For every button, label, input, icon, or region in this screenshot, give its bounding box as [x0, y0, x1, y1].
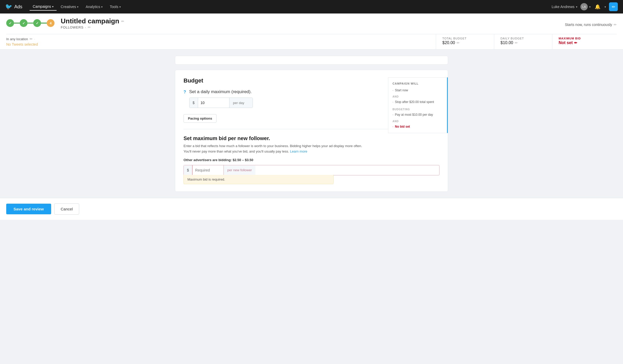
- brand-label: Ads: [14, 4, 22, 10]
- campaign-will-box: CAMPAIGN WILL · Start now AND · Stop aft…: [388, 77, 448, 133]
- per-follower-suffix: per new follower: [224, 165, 256, 175]
- edit-max-bid-icon[interactable]: ✏: [574, 41, 577, 45]
- total-budget-metric: TOTAL BUDGET $20.00 ✏: [442, 34, 494, 49]
- budget-card: CAMPAIGN WILL · Start now AND · Stop aft…: [175, 70, 448, 192]
- bid-error-message: Maximum bid is required.: [184, 175, 334, 184]
- cancel-button[interactable]: Cancel: [54, 203, 79, 215]
- per-day-suffix: per day: [229, 98, 253, 108]
- chevron-down-icon: ▾: [77, 5, 78, 8]
- edit-location-icon[interactable]: ✏: [30, 37, 33, 41]
- main-content: CAMPAIGN WILL · Start now AND · Stop aft…: [169, 56, 454, 192]
- chevron-down-icon: ▾: [119, 5, 121, 8]
- notifications-button[interactable]: 🔔: [594, 3, 601, 11]
- bid-description: Enter a bid that reflects how much a fol…: [184, 143, 365, 154]
- step-3: ✓: [33, 19, 41, 27]
- step-1: ✓: [6, 19, 14, 27]
- bid-input-wrapper: $ per new follower Maximum bid is requir…: [184, 165, 439, 184]
- user-menu[interactable]: Luke Andrews ▾: [552, 5, 577, 9]
- edit-title-icon[interactable]: ✏: [121, 19, 124, 23]
- bid-title: Set maximum bid per new follower.: [184, 135, 439, 141]
- edit-schedule-icon[interactable]: ✏: [614, 23, 617, 27]
- nav-right: Luke Andrews ▾ LA ▾ 🔔 ▾ ✏: [552, 2, 618, 11]
- top-navigation: 🐦 Ads Campaigns ▾ Creatives ▾ Analytics …: [0, 0, 623, 13]
- currency-prefix: $: [189, 98, 198, 108]
- chevron-down-icon: ▾: [589, 5, 591, 8]
- save-and-review-button[interactable]: Save and review: [6, 204, 51, 214]
- avatar: LA: [580, 3, 588, 10]
- campaign-title: Untitled campaign: [61, 17, 119, 25]
- edit-type-icon[interactable]: ✏: [88, 25, 91, 29]
- chevron-down-icon: ▾: [52, 5, 53, 8]
- metrics-bar: In any location ✏ · No Tweets selected T…: [6, 34, 617, 49]
- daily-budget-input[interactable]: [198, 98, 229, 108]
- step-line-3: [41, 23, 47, 24]
- learn-more-link[interactable]: Learn more: [290, 149, 307, 153]
- chevron-down-icon: ▾: [605, 5, 606, 8]
- bid-input-group: $ per new follower: [184, 165, 439, 175]
- step-4: 4: [47, 19, 55, 27]
- chevron-down-icon: ▾: [576, 5, 577, 8]
- nav-analytics[interactable]: Analytics ▾: [83, 3, 106, 11]
- pacing-options-button[interactable]: Pacing options: [184, 114, 216, 123]
- twitter-logo-icon: 🐦: [5, 3, 12, 10]
- bid-currency-prefix: $: [184, 165, 192, 175]
- nav-campaigns[interactable]: Campaigns ▾: [30, 3, 57, 11]
- edit-total-budget-icon[interactable]: ✏: [457, 41, 460, 45]
- footer-bar: Save and review Cancel: [0, 198, 623, 220]
- campaign-schedule: Starts now, runs continuously ✏: [565, 23, 617, 27]
- step-line-1: [14, 23, 20, 24]
- previous-section: [175, 56, 448, 65]
- step-line-2: [28, 23, 33, 24]
- nav-tools[interactable]: Tools ▾: [107, 3, 124, 11]
- nav-links: Campaigns ▾ Creatives ▾ Analytics ▾ Tool…: [30, 3, 552, 11]
- compose-button[interactable]: ✏: [609, 2, 618, 11]
- bid-range: Other advertisers are bidding: $2.50 – $…: [184, 158, 439, 162]
- chevron-down-icon: ▾: [101, 5, 103, 8]
- nav-creatives[interactable]: Creatives ▾: [58, 3, 82, 11]
- daily-budget-metric: DAILY BUDGET $10.00 ✏: [500, 34, 552, 49]
- bid-amount-input[interactable]: [192, 165, 224, 175]
- step-2: ✓: [20, 19, 28, 27]
- daily-budget-input-group: $ per day: [189, 98, 253, 108]
- max-bid-metric: MAXIMUM BID Not set ✏: [559, 34, 611, 49]
- edit-daily-budget-icon[interactable]: ✏: [515, 41, 518, 45]
- daily-max-label: Set a daily maximum (required).: [189, 89, 253, 94]
- help-icon[interactable]: ?: [184, 90, 186, 94]
- avatar-menu[interactable]: LA ▾: [580, 3, 591, 10]
- campaign-header: ✓ ✓ ✓ 4 Untitled campaign ✏ FOLLOWERS · …: [0, 13, 623, 50]
- progress-stepper: ✓ ✓ ✓ 4: [6, 19, 55, 27]
- tweets-selected: No Tweets selected: [6, 42, 38, 46]
